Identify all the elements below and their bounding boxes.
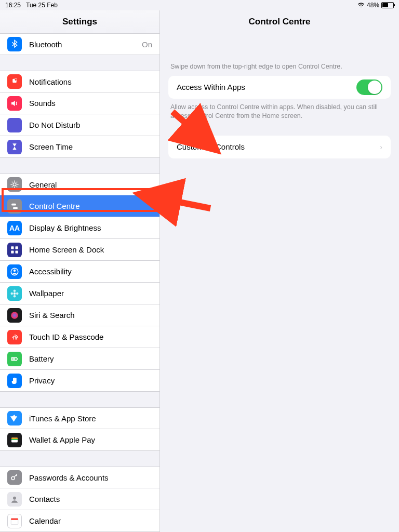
- display-icon: AA: [7, 221, 22, 235]
- sidebar-item-label: Accessibility: [29, 267, 152, 276]
- status-time: 16:25: [5, 2, 21, 9]
- sidebar-item-wallpaper[interactable]: Wallpaper: [0, 283, 159, 304]
- sidebar-title: Settings: [0, 10, 159, 33]
- sidebar-item-general[interactable]: General: [0, 174, 159, 195]
- sidebar-item-label: Touch ID & Passcode: [29, 332, 152, 341]
- svg-point-13: [14, 295, 16, 298]
- sidebar-item-label: Battery: [29, 354, 152, 363]
- sidebar-item-siri[interactable]: Siri & Search: [0, 304, 159, 326]
- sidebar-item-label: Wallet & Apple Pay: [29, 435, 152, 444]
- wallpaper-icon: [7, 286, 22, 301]
- status-date: Tue 25 Feb: [26, 2, 58, 9]
- settings-sidebar: Settings BluetoothOnNotificationsSoundsD…: [0, 10, 160, 532]
- wallet-icon: [7, 433, 22, 447]
- sidebar-item-touchid[interactable]: Touch ID & Passcode: [0, 326, 159, 348]
- sidebar-item-display[interactable]: AADisplay & Brightness: [0, 217, 159, 239]
- sidebar-item-homescreen[interactable]: Home Screen & Dock: [0, 239, 159, 261]
- sidebar-item-label: iTunes & App Store: [29, 414, 152, 423]
- detail-title: Control Centre: [160, 10, 399, 33]
- calendar-icon: [7, 514, 22, 528]
- contacts-icon: [7, 492, 22, 507]
- sidebar-item-notifications[interactable]: Notifications: [0, 71, 159, 92]
- sidebar-item-privacy[interactable]: Privacy: [0, 370, 159, 392]
- svg-rect-5: [11, 246, 14, 249]
- touchid-icon: [7, 330, 22, 344]
- dnd-icon: [7, 118, 22, 132]
- sidebar-item-label: Display & Brightness: [29, 223, 152, 232]
- svg-point-12: [14, 289, 16, 292]
- svg-rect-19: [12, 358, 16, 360]
- hint-mid: Allow access to Control Centre within ap…: [160, 99, 399, 125]
- svg-point-2: [13, 183, 16, 186]
- sidebar-item-label: Sounds: [29, 99, 152, 108]
- sidebar-item-wallet[interactable]: Wallet & Apple Pay: [0, 429, 159, 451]
- battery-icon: [7, 352, 22, 366]
- wifi-icon: [357, 2, 365, 9]
- sidebar-item-label: General: [29, 180, 152, 189]
- sidebar-item-bluetooth[interactable]: BluetoothOn: [0, 33, 159, 55]
- sidebar-item-label: Do Not Disturb: [29, 121, 152, 129]
- battery-icon: [381, 2, 394, 8]
- sidebar-item-label: Bluetooth: [29, 40, 142, 49]
- privacy-icon: [7, 374, 22, 388]
- access-within-apps-row[interactable]: Access Within Apps: [168, 76, 391, 99]
- sidebar-item-screentime[interactable]: Screen Time: [0, 136, 159, 158]
- svg-rect-26: [11, 518, 18, 520]
- general-icon: [7, 177, 22, 192]
- itunes-icon: [7, 411, 22, 425]
- svg-point-1: [15, 78, 17, 81]
- sidebar-item-battery[interactable]: Battery: [0, 348, 159, 370]
- accessibility-icon: [7, 264, 22, 279]
- svg-rect-4: [13, 207, 18, 209]
- svg-point-11: [14, 292, 16, 295]
- sidebar-item-value: On: [142, 40, 152, 49]
- homescreen-icon: [7, 243, 22, 257]
- sidebar-item-label: Wallpaper: [29, 289, 152, 298]
- sidebar-item-dnd[interactable]: Do Not Disturb: [0, 114, 159, 136]
- sidebar-item-accessibility[interactable]: Accessibility: [0, 261, 159, 283]
- screentime-icon: [7, 140, 22, 154]
- svg-rect-21: [11, 437, 18, 438]
- svg-rect-8: [16, 250, 18, 253]
- passwords-icon: [7, 470, 22, 485]
- sidebar-item-calendar[interactable]: Calendar: [0, 510, 159, 532]
- sidebar-item-contacts[interactable]: Contacts: [0, 488, 159, 510]
- sounds-icon: [7, 96, 22, 111]
- sidebar-item-label: Screen Time: [29, 142, 152, 151]
- sidebar-item-label: Control Centre: [29, 202, 152, 210]
- svg-point-15: [16, 292, 19, 295]
- sidebar-item-controlcentre[interactable]: Control Centre: [0, 195, 159, 217]
- sidebar-item-passwords[interactable]: Passwords & Accounts: [0, 467, 159, 488]
- customise-label: Customise Controls: [177, 142, 377, 151]
- svg-rect-18: [17, 358, 18, 360]
- battery-percent: 48%: [367, 2, 379, 9]
- sidebar-item-label: Home Screen & Dock: [29, 245, 152, 254]
- sidebar-item-label: Siri & Search: [29, 311, 152, 320]
- access-toggle[interactable]: [356, 79, 382, 95]
- chevron-right-icon: ›: [380, 143, 382, 151]
- detail-pane: Control Centre Swipe down from the top-r…: [160, 10, 399, 532]
- status-bar: 16:25 Tue 25 Feb 48%: [0, 0, 399, 10]
- sidebar-item-label: Calendar: [29, 516, 152, 525]
- svg-rect-7: [11, 250, 14, 253]
- svg-point-14: [11, 292, 14, 295]
- hint-top: Swipe down from the top-right edge to op…: [160, 58, 399, 76]
- sidebar-item-itunes[interactable]: iTunes & App Store: [0, 407, 159, 429]
- svg-rect-6: [16, 246, 18, 249]
- svg-point-16: [11, 312, 18, 319]
- access-label: Access Within Apps: [177, 83, 356, 91]
- sidebar-item-label: Notifications: [29, 77, 152, 86]
- bluetooth-icon: [7, 37, 22, 51]
- controlcentre-icon: [7, 199, 22, 214]
- sidebar-item-label: Passwords & Accounts: [29, 473, 152, 482]
- sidebar-item-sounds[interactable]: Sounds: [0, 92, 159, 114]
- siri-icon: [7, 308, 22, 323]
- svg-point-23: [11, 477, 15, 480]
- customise-controls-row[interactable]: Customise Controls ›: [168, 136, 391, 158]
- sidebar-item-label: Contacts: [29, 495, 152, 503]
- svg-point-24: [13, 496, 16, 499]
- svg-rect-22: [11, 438, 18, 440]
- svg-point-10: [14, 269, 16, 272]
- svg-rect-3: [11, 203, 16, 205]
- sidebar-item-label: Privacy: [29, 376, 152, 385]
